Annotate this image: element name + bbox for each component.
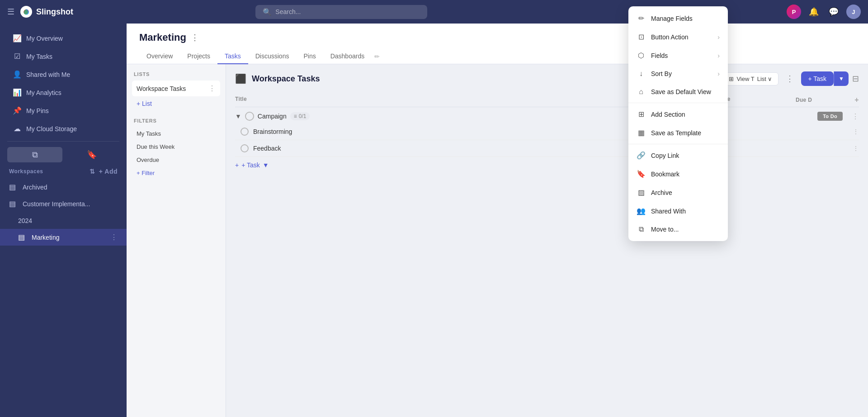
tab-overview[interactable]: Overview bbox=[139, 49, 180, 64]
toggle-bookmarks-btn[interactable]: 🔖 bbox=[64, 147, 119, 162]
add-filter-btn[interactable]: + Filter bbox=[132, 166, 220, 180]
add-task-row-dropdown-icon[interactable]: ▼ bbox=[263, 161, 269, 169]
task-group-header: ▼ Campaign ≡ 0/1 To Do ⋮ bbox=[235, 107, 859, 123]
task-row-more-btn[interactable]: ⋮ bbox=[853, 128, 859, 135]
bookmark-icon: 🔖 bbox=[637, 170, 646, 178]
sidebar-nav: 📈My Overview☑My Tasks👤Shared with Me📊My … bbox=[0, 29, 127, 137]
toggle-workspaces-btn[interactable]: ⧉ bbox=[7, 147, 62, 162]
sidebar-item-label: My Tasks bbox=[26, 53, 52, 60]
move-to-icon: ⧉ bbox=[637, 225, 646, 233]
tasks-panel: ⬛ Workspace Tasks ⊞ View T List ∨ ⋮ + Ta… bbox=[226, 64, 868, 417]
task-duedate-cell: ⋮ bbox=[796, 145, 859, 152]
group-more-btn[interactable]: ⋮ bbox=[852, 112, 859, 121]
add-column-btn[interactable]: + bbox=[854, 96, 859, 104]
add-task-row-btn[interactable]: + + Task ▼ bbox=[235, 157, 859, 173]
task-row-title-cell: Brainstorming bbox=[235, 128, 633, 136]
sidebar-item-my-overview[interactable]: 📈My Overview bbox=[4, 29, 123, 47]
ctx-menu-item-fields[interactable]: ⬡ Fields › bbox=[628, 46, 728, 65]
sidebar-divider bbox=[7, 141, 119, 142]
ctx-menu-item-bookmark[interactable]: 🔖 Bookmark bbox=[628, 165, 728, 183]
workspace-item-customer-implementation[interactable]: ▤ Customer Implementa... ⋮ bbox=[0, 195, 127, 212]
ctx-menu-item-sort-by[interactable]: ↓ Sort By › bbox=[628, 65, 728, 83]
sidebar-item-shared-with-me[interactable]: 👤Shared with Me bbox=[4, 66, 123, 83]
filter-list: My TasksDue this WeekOverdue bbox=[132, 127, 220, 166]
workspace-item-archived[interactable]: ▤ Archived ⋮ bbox=[0, 179, 127, 195]
context-menu: ✏ Manage Fields ⊡ Button Action › ⬡ Fiel… bbox=[628, 6, 728, 241]
sidebar-item-my-analytics[interactable]: 📊My Analytics bbox=[4, 84, 123, 101]
sidebar-item-label: My Cloud Storage bbox=[26, 125, 77, 133]
subtask-badge: ≡ 0/1 bbox=[290, 112, 310, 120]
ctx-menu-item-add-section[interactable]: ⊞ Add Section bbox=[628, 105, 728, 123]
view-toggle-btn[interactable]: ⊞ View T List ∨ bbox=[723, 72, 778, 85]
layers-icon: ⧉ bbox=[32, 150, 38, 160]
workspace-label: Archived bbox=[23, 184, 47, 191]
add-task-dropdown-btn[interactable]: ▼ bbox=[834, 71, 849, 86]
task-circle[interactable] bbox=[241, 144, 249, 152]
sidebar-item-label: Shared with Me bbox=[26, 71, 70, 78]
group-status-circle[interactable] bbox=[245, 112, 254, 121]
app-name: Slingshot bbox=[36, 7, 73, 17]
view-icon: ⊞ bbox=[729, 76, 734, 82]
user-avatar[interactable]: J bbox=[846, 5, 861, 19]
filter-item-overdue[interactable]: Overdue bbox=[132, 153, 220, 166]
hamburger-icon[interactable]: ☰ bbox=[7, 7, 14, 17]
sort-by-icon: ↓ bbox=[637, 70, 646, 78]
sidebar-item-my-tasks[interactable]: ☑My Tasks bbox=[4, 47, 123, 65]
filter-item-my-tasks-filter[interactable]: My Tasks bbox=[132, 127, 220, 140]
list-item-workspace-tasks[interactable]: Workspace Tasks ⋮ bbox=[132, 81, 220, 96]
tasks-filter-btn[interactable]: ⊟ bbox=[852, 74, 859, 84]
search-bar[interactable]: 🔍 bbox=[255, 5, 427, 19]
ctx-menu-item-archive[interactable]: ▨ Archive bbox=[628, 183, 728, 202]
tab-discussions[interactable]: Discussions bbox=[248, 49, 297, 64]
add-list-btn[interactable]: + List bbox=[132, 96, 220, 111]
ctx-menu-item-button-action[interactable]: ⊡ Button Action › bbox=[628, 28, 728, 46]
tasks-header-right: ⊞ View T List ∨ ⋮ + Task ▼ ⊟ bbox=[723, 71, 859, 86]
ctx-menu-item-save-template[interactable]: ▦ Save as Template bbox=[628, 123, 728, 142]
tab-tasks[interactable]: Tasks bbox=[217, 49, 248, 64]
task-row-title-cell: Feedback bbox=[235, 144, 633, 152]
search-icon: 🔍 bbox=[263, 8, 272, 16]
ctx-menu-item-copy-link[interactable]: 🔗 Copy Link bbox=[628, 146, 728, 165]
slingshot-logo-icon bbox=[20, 5, 33, 18]
add-icon: + bbox=[235, 161, 239, 169]
page-title-more-btn[interactable]: ⋮ bbox=[191, 33, 199, 43]
workspace-item-marketing[interactable]: ▤ Marketing ⋮ bbox=[0, 229, 127, 246]
workspace-more-btn[interactable]: ⋮ bbox=[110, 233, 118, 242]
task-circle[interactable] bbox=[241, 128, 249, 136]
group-collapse-btn[interactable]: ▼ bbox=[235, 113, 241, 120]
add-section-icon: ⊞ bbox=[637, 110, 646, 118]
task-row-more-btn[interactable]: ⋮ bbox=[853, 145, 859, 152]
search-input[interactable] bbox=[275, 8, 420, 15]
filter-item-due-this-week[interactable]: Due this Week bbox=[132, 140, 220, 153]
list-item-more-btn[interactable]: ⋮ bbox=[208, 84, 216, 93]
tasks-more-btn[interactable]: ⋮ bbox=[782, 72, 797, 85]
button-action-icon: ⊡ bbox=[637, 33, 646, 41]
chat-icon[interactable]: 💬 bbox=[826, 5, 841, 19]
tab-dashboards[interactable]: Dashboards bbox=[323, 49, 372, 64]
ctx-menu-item-shared-with[interactable]: 👥 Shared With bbox=[628, 202, 728, 220]
workspace-item-2024[interactable]: 2024 ⋮ bbox=[0, 212, 127, 229]
ctx-menu-item-manage-fields[interactable]: ✏ Manage Fields bbox=[628, 9, 728, 28]
tab-projects[interactable]: Projects bbox=[180, 49, 217, 64]
sort-workspaces-btn[interactable]: ⇅ bbox=[90, 168, 95, 175]
table-header: Title Status Assignee Due D + bbox=[235, 93, 859, 107]
save-default-view-icon: ⌂ bbox=[637, 88, 646, 96]
workspace-icon: ▤ bbox=[9, 199, 18, 208]
sidebar-item-label: My Overview bbox=[26, 35, 63, 42]
ctx-menu-label: Bookmark bbox=[651, 171, 679, 178]
tab-edit-icon[interactable]: ✏ bbox=[374, 53, 380, 60]
copy-link-icon: 🔗 bbox=[637, 151, 646, 160]
add-task-btn[interactable]: + Task bbox=[801, 71, 834, 86]
add-workspace-btn[interactable]: + Add bbox=[99, 168, 118, 175]
my-analytics-icon: 📊 bbox=[13, 88, 22, 97]
ctx-menu-item-save-default-view[interactable]: ⌂ Save as Default View bbox=[628, 83, 728, 101]
notifications-icon[interactable]: 🔔 bbox=[807, 5, 821, 19]
user-avatar-profile[interactable]: P bbox=[787, 5, 801, 19]
tab-pins[interactable]: Pins bbox=[296, 49, 323, 64]
view-toggle-subtext: List ∨ bbox=[757, 76, 773, 82]
task-row: Brainstorming To Do ⋮ bbox=[235, 123, 859, 140]
archive-icon: ▨ bbox=[637, 188, 646, 197]
sidebar-item-my-pins[interactable]: 📌My Pins bbox=[4, 102, 123, 119]
ctx-menu-item-move-to[interactable]: ⧉ Move to... bbox=[628, 220, 728, 238]
sidebar-item-my-cloud-storage[interactable]: ☁My Cloud Storage bbox=[4, 120, 123, 137]
